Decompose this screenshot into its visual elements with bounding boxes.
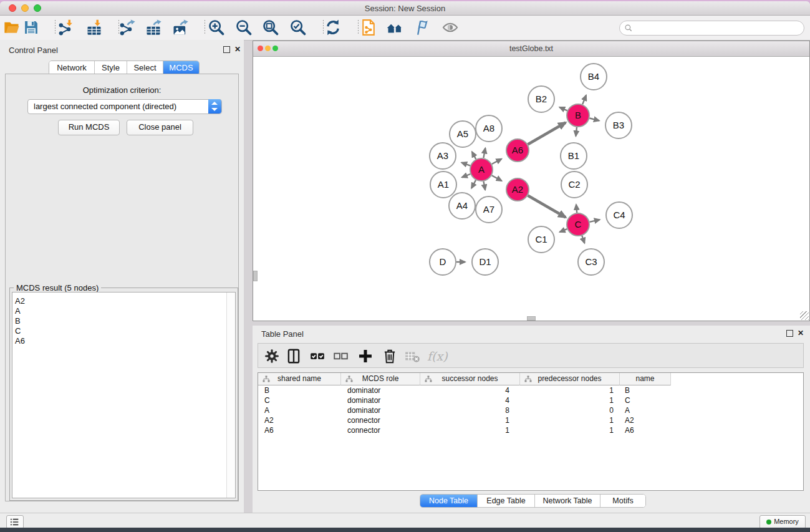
column-header-shared-name[interactable]: shared name: [258, 373, 341, 385]
close-table-panel-icon[interactable]: ✕: [798, 330, 804, 337]
tab-mcds[interactable]: MCDS: [163, 61, 199, 75]
graph-edge-A-A2[interactable]: [492, 175, 502, 181]
table-cell[interactable]: 1: [520, 415, 620, 425]
table-cell[interactable]: A: [620, 405, 671, 415]
tab-style[interactable]: Style: [95, 61, 127, 75]
graph-edge-C-C4[interactable]: [590, 220, 600, 222]
table-row[interactable]: Bdominator41B: [258, 385, 803, 395]
table-settings-icon[interactable]: [264, 348, 280, 364]
table-cell[interactable]: 8: [420, 405, 520, 415]
table-row[interactable]: Cdominator41C: [258, 395, 803, 405]
search-input[interactable]: [619, 21, 804, 36]
table-cell[interactable]: A6: [620, 425, 671, 435]
tab-network-table[interactable]: Network Table: [535, 495, 600, 507]
table-row[interactable]: A2connector11A2: [258, 415, 803, 425]
table-cell[interactable]: 1: [520, 395, 620, 405]
select-all-icon[interactable]: [309, 348, 325, 364]
zoom-fit-icon[interactable]: [262, 19, 279, 36]
table-cell[interactable]: B: [620, 385, 671, 395]
deselect-all-icon[interactable]: [332, 348, 349, 364]
column-header-successor-nodes[interactable]: successor nodes: [420, 373, 520, 385]
resize-grip-icon[interactable]: [800, 311, 809, 320]
add-column-icon[interactable]: [357, 348, 374, 364]
mcds-result-list[interactable]: A2ABCA6: [12, 292, 236, 498]
table-cell[interactable]: connector: [341, 415, 420, 425]
annotation-icon[interactable]: [413, 19, 430, 36]
export-network-icon[interactable]: [118, 19, 136, 36]
import-network-icon[interactable]: [57, 19, 75, 36]
float-panel-icon[interactable]: [223, 46, 230, 53]
mcds-result-item[interactable]: A6: [12, 336, 226, 346]
graph-edge-A6-B[interactable]: [528, 123, 566, 145]
graph-edge-B-B4[interactable]: [582, 95, 586, 105]
first-neighbors-icon[interactable]: [386, 19, 403, 36]
mcds-result-item[interactable]: C: [12, 326, 226, 336]
graph-edge-A2-C[interactable]: [528, 196, 566, 218]
graph-edge-C-C1[interactable]: [560, 229, 567, 232]
task-history-button[interactable]: [6, 515, 24, 529]
graph-edge-A-A8[interactable]: [483, 148, 485, 158]
zoom-selected-icon[interactable]: [289, 19, 307, 36]
graph-edge-B-B3[interactable]: [589, 118, 599, 121]
graph-edge-B-B2[interactable]: [559, 107, 567, 110]
graph-edge-A-A4[interactable]: [471, 180, 476, 188]
table-cell[interactable]: C: [620, 395, 671, 405]
column-header-predecessor-nodes[interactable]: predecessor nodes: [520, 373, 620, 385]
table-cell[interactable]: A2: [620, 415, 671, 425]
table-cell[interactable]: dominator: [341, 385, 420, 395]
memory-button[interactable]: Memory: [759, 515, 806, 529]
mcds-result-item[interactable]: A2: [12, 296, 226, 306]
graph-edge-B-B1[interactable]: [576, 127, 577, 136]
table-cell[interactable]: A2: [258, 415, 341, 425]
float-table-panel-icon[interactable]: [786, 330, 793, 337]
table-cell[interactable]: B: [258, 385, 341, 395]
table-cell[interactable]: 1: [520, 425, 620, 435]
graph-edge-C-C3[interactable]: [582, 236, 584, 243]
column-header-name[interactable]: name: [620, 373, 671, 385]
zoom-out-icon[interactable]: [235, 19, 253, 36]
table-cell[interactable]: 4: [420, 385, 520, 395]
close-panel-button[interactable]: Close panel: [127, 120, 193, 135]
table-cell[interactable]: 1: [420, 425, 520, 435]
table-cell[interactable]: A: [258, 405, 341, 415]
export-image-icon[interactable]: [171, 19, 189, 36]
tab-select[interactable]: Select: [127, 61, 163, 75]
open-session-icon[interactable]: [3, 19, 21, 36]
tab-node-table[interactable]: Node Table: [420, 495, 478, 507]
show-columns-icon[interactable]: [286, 348, 302, 364]
table-cell[interactable]: 0: [520, 405, 620, 415]
table-row[interactable]: A6connector11A6: [258, 425, 803, 435]
optimization-select[interactable]: largest connected component (directed): [27, 99, 222, 114]
graph-edge-C-C2[interactable]: [576, 205, 577, 213]
refresh-view-icon[interactable]: [324, 19, 342, 36]
delete-columns-icon[interactable]: [382, 348, 398, 364]
table-cell[interactable]: connector: [341, 425, 420, 435]
graph-edge-A-A7[interactable]: [484, 181, 486, 190]
import-table-icon[interactable]: [85, 19, 103, 36]
table-row[interactable]: Adominator80A: [258, 405, 803, 415]
graph-edge-A-A5[interactable]: [472, 152, 476, 159]
table-cell[interactable]: 4: [420, 395, 520, 405]
table-cell[interactable]: C: [258, 395, 341, 405]
tab-motifs[interactable]: Motifs: [600, 495, 645, 507]
graph-edge-A-A1[interactable]: [462, 174, 471, 177]
graph-edge-A-A6[interactable]: [492, 159, 502, 164]
export-table-icon[interactable]: [145, 19, 162, 36]
hide-selected-icon[interactable]: [441, 19, 459, 36]
close-panel-icon[interactable]: ✕: [234, 46, 241, 53]
horizontal-scrollbar-thumb[interactable]: [527, 316, 536, 321]
tab-edge-table[interactable]: Edge Table: [478, 495, 535, 507]
table-cell[interactable]: 1: [420, 415, 520, 425]
result-list-scrollbar[interactable]: [226, 293, 235, 498]
graph-edge-A-A3[interactable]: [461, 163, 470, 166]
table-cell[interactable]: dominator: [341, 405, 420, 415]
column-header-MCDS-role[interactable]: MCDS role: [341, 373, 420, 385]
run-mcds-button[interactable]: Run MCDS: [58, 120, 120, 135]
tab-network[interactable]: Network: [49, 61, 95, 75]
network-from-file-icon[interactable]: [360, 19, 377, 36]
save-session-icon[interactable]: [22, 19, 40, 36]
table-cell[interactable]: 1: [520, 385, 620, 395]
network-canvas[interactable]: B4B2BB3A5A8A6A3B1AA1C2A2A4A7CC4C1C3DD1: [253, 57, 809, 321]
mcds-result-item[interactable]: B: [12, 316, 226, 326]
table-cell[interactable]: A6: [258, 425, 341, 435]
